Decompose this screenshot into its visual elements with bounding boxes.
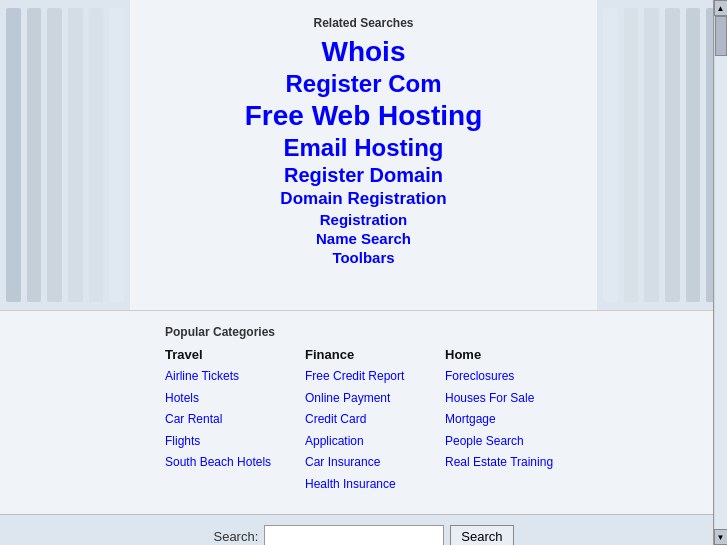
list-item: Hotels (165, 388, 295, 410)
category-link-1-3[interactable]: Application (305, 434, 364, 448)
list-item: Application (305, 431, 435, 453)
categories-grid: TravelAirline TicketsHotelsCar RentalFli… (165, 347, 707, 496)
search-label: Search: (213, 529, 258, 544)
stripe-2 (27, 8, 42, 302)
category-link-1-4[interactable]: Car Insurance (305, 455, 380, 469)
list-item: Car Insurance (305, 452, 435, 474)
stripe-r5 (686, 8, 701, 302)
popular-label: Popular Categories (165, 325, 707, 339)
related-label: Related Searches (313, 16, 413, 30)
stripe-4 (68, 8, 83, 302)
category-link-1-2[interactable]: Credit Card (305, 412, 366, 426)
category-col-1: FinanceFree Credit ReportOnline PaymentC… (305, 347, 435, 496)
right-stripes (597, 0, 727, 310)
list-item: People Search (445, 431, 575, 453)
stripe-r3 (644, 8, 659, 302)
list-item: Car Rental (165, 409, 295, 431)
category-link-2-4[interactable]: Real Estate Training (445, 455, 553, 469)
related-searches-area: Related Searches WhoisRegister ComFree W… (130, 0, 597, 310)
category-col-2: HomeForeclosuresHouses For SaleMortgageP… (445, 347, 575, 496)
page-wrapper: Related Searches WhoisRegister ComFree W… (0, 0, 727, 545)
category-heading-0: Travel (165, 347, 295, 362)
category-col-0: TravelAirline TicketsHotelsCar RentalFli… (165, 347, 295, 496)
stripe-section: Related Searches WhoisRegister ComFree W… (0, 0, 727, 310)
list-item: Houses For Sale (445, 388, 575, 410)
related-link-7[interactable]: Name Search (316, 230, 411, 247)
list-item: Free Credit Report (305, 366, 435, 388)
list-item: South Beach Hotels (165, 452, 295, 474)
category-link-0-2[interactable]: Car Rental (165, 412, 222, 426)
list-item: Flights (165, 431, 295, 453)
search-input[interactable] (264, 525, 444, 545)
related-link-3[interactable]: Email Hosting (283, 134, 443, 162)
stripe-5 (89, 8, 104, 302)
category-link-2-3[interactable]: People Search (445, 434, 524, 448)
scroll-down-button[interactable]: ▼ (714, 529, 728, 545)
scroll-track (715, 16, 727, 529)
search-section: Search: Search (0, 514, 727, 545)
related-link-8[interactable]: Toolbars (332, 249, 394, 266)
stripe-r4 (665, 8, 680, 302)
stripe-6 (109, 8, 124, 302)
related-link-2[interactable]: Free Web Hosting (245, 100, 483, 132)
related-link-0[interactable]: Whois (321, 36, 405, 68)
scrollbar[interactable]: ▲ ▼ (713, 0, 727, 545)
list-item: Credit Card (305, 409, 435, 431)
list-item: Mortgage (445, 409, 575, 431)
list-item: Real Estate Training (445, 452, 575, 474)
stripe-3 (47, 8, 62, 302)
category-link-0-3[interactable]: Flights (165, 434, 200, 448)
search-button[interactable]: Search (450, 525, 513, 545)
category-link-2-0[interactable]: Foreclosures (445, 369, 514, 383)
category-link-0-0[interactable]: Airline Tickets (165, 369, 239, 383)
category-heading-2: Home (445, 347, 575, 362)
related-link-6[interactable]: Registration (320, 211, 408, 228)
related-links-list: WhoisRegister ComFree Web HostingEmail H… (245, 36, 483, 266)
scroll-up-button[interactable]: ▲ (714, 0, 728, 16)
category-link-0-4[interactable]: South Beach Hotels (165, 455, 271, 469)
category-link-1-0[interactable]: Free Credit Report (305, 369, 404, 383)
category-link-1-1[interactable]: Online Payment (305, 391, 390, 405)
related-link-4[interactable]: Register Domain (284, 164, 443, 187)
stripe-1 (6, 8, 21, 302)
related-link-5[interactable]: Domain Registration (280, 189, 446, 209)
list-item: Foreclosures (445, 366, 575, 388)
list-item: Health Insurance (305, 474, 435, 496)
category-link-2-1[interactable]: Houses For Sale (445, 391, 534, 405)
category-link-0-1[interactable]: Hotels (165, 391, 199, 405)
left-stripes (0, 0, 130, 310)
category-link-1-5[interactable]: Health Insurance (305, 477, 396, 491)
related-link-1[interactable]: Register Com (285, 70, 441, 98)
category-link-2-2[interactable]: Mortgage (445, 412, 496, 426)
categories-section: Popular Categories TravelAirline Tickets… (0, 310, 727, 514)
list-item: Airline Tickets (165, 366, 295, 388)
category-heading-1: Finance (305, 347, 435, 362)
stripe-r1 (603, 8, 618, 302)
list-item: Online Payment (305, 388, 435, 410)
scroll-thumb[interactable] (715, 16, 727, 56)
stripe-r2 (624, 8, 639, 302)
